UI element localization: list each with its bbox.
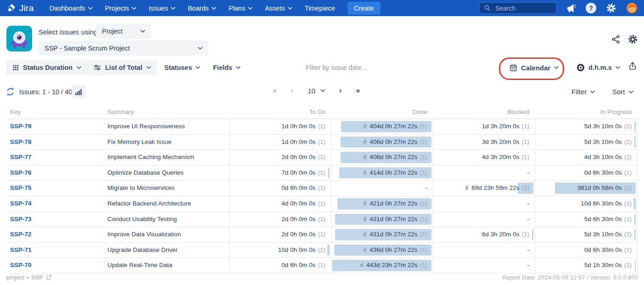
nav-item-label: Dashboards bbox=[49, 5, 85, 12]
gear-icon[interactable] bbox=[606, 3, 616, 13]
column-header-done[interactable]: Done bbox=[331, 105, 433, 119]
running-status-icon bbox=[359, 262, 365, 268]
issue-key-link[interactable]: SSP-73 bbox=[10, 216, 32, 222]
duration-value: 361d 0h 58m 0s(1) bbox=[535, 181, 637, 196]
duration-value: - bbox=[433, 165, 535, 181]
table-row: SSP-73Conduct Usability Testing2d 0h 0m … bbox=[6, 212, 638, 228]
project-select[interactable]: SSP - Sample Scrum Project bbox=[39, 40, 208, 56]
refresh-button[interactable] bbox=[6, 87, 15, 97]
filter-label: Filter bbox=[571, 88, 587, 96]
column-header-blocked[interactable]: Blocked bbox=[433, 105, 535, 119]
duration-cell-done: 421d 0h 27m 22s(1) bbox=[331, 196, 433, 211]
first-page-button[interactable]: « bbox=[273, 86, 277, 95]
statuses-dropdown[interactable]: Statuses bbox=[162, 60, 203, 75]
search-icon bbox=[484, 5, 491, 11]
column-header-key[interactable]: Key bbox=[6, 105, 107, 119]
duration-cell-done: 436d 0h 27m 22s(1) bbox=[331, 243, 433, 258]
issue-key-link[interactable]: SSP-79 bbox=[10, 123, 32, 130]
megaphone-icon[interactable] bbox=[566, 3, 576, 13]
issue-key-link[interactable]: SSP-71 bbox=[10, 246, 32, 253]
running-status-icon bbox=[464, 185, 470, 191]
duration-cell-blocked: 4d 3h 20m 0s(1) bbox=[433, 150, 535, 165]
export-button[interactable] bbox=[628, 61, 637, 71]
user-avatar[interactable] bbox=[626, 2, 638, 14]
calendar-icon bbox=[510, 64, 517, 72]
nav-item-boards[interactable]: Boards bbox=[188, 5, 216, 12]
duration-cell-blocked: - bbox=[433, 243, 535, 258]
duration-value: - bbox=[331, 181, 433, 196]
pagination: « ‹ 10 › » bbox=[273, 86, 360, 95]
chevron-down-icon bbox=[140, 30, 145, 33]
duration-cell-blocked: - bbox=[433, 212, 535, 227]
help-icon[interactable]: ? bbox=[586, 3, 596, 13]
duration-value: 3d 3h 20m 0s(1) bbox=[433, 135, 535, 150]
fields-dropdown[interactable]: Fields bbox=[210, 60, 243, 75]
last-page-button[interactable]: » bbox=[356, 86, 360, 95]
duration-value: - bbox=[433, 212, 535, 227]
issue-key-cell: SSP-78 bbox=[6, 135, 107, 150]
nav-item-dashboards[interactable]: Dashboards bbox=[49, 5, 92, 12]
nav-item-plans[interactable]: Plans bbox=[229, 5, 252, 12]
table-body: SSP-79Improve UI Responsiveness1d 0h 0m … bbox=[6, 119, 638, 274]
duration-value: 0d 6h 30m 0s(1) bbox=[535, 165, 637, 181]
duration-cell-blocked: - bbox=[433, 196, 535, 211]
jql-query-text: project = SSP bbox=[6, 274, 43, 281]
nav-item-projects[interactable]: Projects bbox=[105, 5, 136, 12]
duration-cell-inprogress: 0d 6h 30m 0s(1) bbox=[535, 165, 638, 181]
nav-item-assets[interactable]: Assets bbox=[265, 5, 292, 12]
sort-label: Sort bbox=[612, 88, 625, 96]
chevron-down-icon bbox=[196, 66, 200, 69]
filter-dropdown[interactable]: Filter bbox=[569, 87, 598, 96]
jql-query-link[interactable]: project = SSP bbox=[6, 274, 52, 281]
column-header-inprogress[interactable]: In Progress bbox=[535, 105, 638, 119]
sort-dropdown[interactable]: Sort bbox=[610, 87, 636, 96]
share-icon[interactable] bbox=[611, 34, 621, 44]
settings-gear-icon[interactable] bbox=[627, 34, 638, 45]
search-input[interactable] bbox=[494, 4, 547, 12]
running-status-icon bbox=[362, 216, 368, 222]
nav-item-issues[interactable]: Issues bbox=[149, 5, 175, 12]
list-of-total-dropdown[interactable]: List of Total bbox=[87, 60, 157, 75]
search-box[interactable] bbox=[479, 2, 556, 14]
calendar-dropdown[interactable]: Calendar bbox=[507, 61, 561, 74]
bar-chart-icon bbox=[75, 88, 83, 95]
duration-value: 4d 3h 20m 0s(1) bbox=[433, 150, 535, 165]
chevron-down-icon bbox=[554, 66, 559, 69]
issue-key-link[interactable]: SSP-72 bbox=[10, 231, 32, 238]
duration-cell-inprogress: 361d 0h 58m 0s(1) bbox=[535, 181, 638, 196]
column-header-summary[interactable]: Summary bbox=[107, 105, 229, 119]
table-row: SSP-71Upgrade Database Driver10d 0h 0m 0… bbox=[6, 243, 638, 258]
column-header-todo[interactable]: To Do bbox=[229, 105, 331, 119]
page-size-dropdown[interactable]: 10 bbox=[308, 87, 325, 95]
nav-item-label: Issues bbox=[149, 5, 168, 12]
duration-value: 5d 3h 10m 0s(2) bbox=[535, 135, 637, 150]
duration-cell-inprogress: 5d 1h 30m 0s(1) bbox=[535, 258, 638, 273]
jira-logo[interactable]: Jira bbox=[6, 3, 34, 13]
chart-view-button[interactable] bbox=[72, 86, 86, 98]
duration-cell-inprogress: 5d 3h 10m 0s(2) bbox=[535, 135, 638, 150]
issue-key-link[interactable]: SSP-75 bbox=[10, 184, 32, 191]
status-duration-dropdown[interactable]: Status Duration bbox=[6, 60, 88, 75]
issue-key-link[interactable]: SSP-74 bbox=[10, 200, 32, 207]
list-of-total-label: List of Total bbox=[105, 64, 142, 71]
issue-key-link[interactable]: SSP-70 bbox=[10, 262, 32, 268]
issue-key-link[interactable]: SSP-78 bbox=[10, 138, 32, 145]
filter-dropdown-wrap: Filter bbox=[569, 87, 598, 96]
issue-source-select[interactable]: Project bbox=[96, 23, 151, 39]
nav-left: Jira DashboardsProjectsIssuesBoardsPlans… bbox=[6, 2, 381, 15]
nav-item-timepiece[interactable]: Timepiece bbox=[305, 5, 335, 12]
duration-cell-blocked: 69d 23h 59m 22s(2) bbox=[433, 181, 535, 196]
duration-cell-blocked: - bbox=[433, 165, 535, 181]
issue-key-link[interactable]: SSP-76 bbox=[10, 169, 32, 176]
duration-cell-inprogress: 5d 3h 10m 0s(2) bbox=[535, 119, 638, 134]
issue-date-filter[interactable]: Filter by issue date... bbox=[306, 60, 367, 75]
prev-page-button[interactable]: ‹ bbox=[291, 86, 293, 95]
statuses-label: Statuses bbox=[164, 64, 192, 71]
duration-value: 7d 0h 0m 0s(1) bbox=[230, 165, 331, 181]
issue-key-link[interactable]: SSP-77 bbox=[10, 154, 32, 160]
duration-format-dropdown[interactable]: d.h.m.s bbox=[574, 63, 623, 73]
duration-value: 421d 0h 27m 22s(1) bbox=[331, 196, 433, 211]
duration-cell-todo: 2d 0h 0m 0s(1) bbox=[229, 212, 331, 227]
create-button[interactable]: Create bbox=[347, 2, 381, 15]
next-page-button[interactable]: › bbox=[339, 86, 342, 95]
